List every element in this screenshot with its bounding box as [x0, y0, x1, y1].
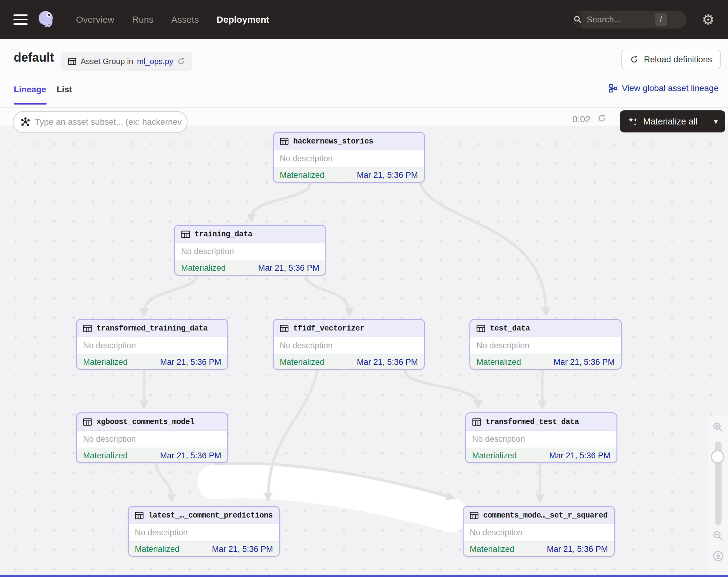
asset-node-header: tfidf_vectorizer [274, 320, 424, 337]
lineage-graph-icon [608, 84, 618, 93]
zoom-slider-knob[interactable] [711, 450, 724, 463]
table-icon [68, 57, 77, 66]
materialized-status: Materialized [470, 545, 515, 554]
refresh-timer: 0:02 [572, 114, 590, 124]
asset-node-header: latest_…_comment_predictions [129, 507, 279, 524]
page-header: default Asset Group in ml_ops.py Reload … [0, 39, 728, 73]
asset-node[interactable]: transformed_test_data No description Mat… [465, 412, 617, 463]
dagster-logo-icon[interactable] [37, 10, 56, 29]
materialization-time[interactable]: Mar 21, 5:36 PM [357, 357, 418, 367]
asset-node[interactable]: tfidf_vectorizer No description Material… [273, 319, 425, 370]
asset-name: transformed_training_data [97, 324, 208, 333]
asset-node[interactable]: transformed_training_data No description… [76, 319, 228, 370]
asset-filter-input[interactable] [34, 117, 184, 127]
materialization-time[interactable]: Mar 21, 5:36 PM [258, 264, 319, 273]
materialized-status: Materialized [83, 451, 128, 460]
asset-name: hackernews_stories [293, 137, 373, 146]
materialized-status: Materialized [472, 451, 517, 460]
asset-name: latest_…_comment_predictions [148, 511, 273, 520]
materialization-time[interactable]: Mar 21, 5:36 PM [553, 357, 615, 367]
table-icon [279, 136, 289, 147]
tabs-bar: Lineage List View global asset lineage [0, 73, 728, 108]
asset-description: No description [470, 337, 621, 354]
materialized-status: Materialized [135, 545, 180, 554]
top-navigation: Overview Runs Assets Deployment / ⚙ [0, 0, 728, 39]
materialization-time[interactable]: Mar 21, 5:36 PM [160, 357, 221, 367]
asset-name: training_data [194, 230, 253, 239]
materialization-time[interactable]: Mar 21, 5:36 PM [212, 545, 273, 554]
materialized-status: Materialized [280, 171, 324, 180]
asset-group-label: Asset Group in [81, 57, 133, 66]
asset-node[interactable]: latest_…_comment_predictions No descript… [128, 506, 280, 557]
asset-node[interactable]: test_data No description Materialized Ma… [469, 319, 622, 370]
asset-node-header: comments_mode…_set_r_squared [464, 507, 614, 524]
asset-node[interactable]: xgboost_comments_model No description Ma… [76, 412, 228, 463]
asset-group-badge: Asset Group in ml_ops.py [61, 52, 192, 71]
asset-description: No description [466, 431, 617, 448]
table-icon [476, 323, 486, 333]
materialize-all-button[interactable]: Materialize all [620, 110, 706, 132]
asset-node-header: xgboost_comments_model [77, 413, 227, 431]
view-global-lineage-link[interactable]: View global asset lineage [608, 83, 719, 93]
menu-icon[interactable] [14, 15, 28, 25]
asset-graph-filter-icon [20, 117, 31, 127]
nav-right-cluster: / ⚙ [573, 0, 714, 39]
zoom-out-icon[interactable] [712, 530, 724, 543]
nav-item-assets[interactable]: Assets [171, 15, 199, 25]
zoom-slider[interactable] [715, 442, 722, 525]
search-input[interactable] [582, 15, 698, 25]
search-box[interactable]: / [573, 11, 687, 28]
chevron-down-icon: ▾ [714, 117, 718, 126]
tab-lineage[interactable]: Lineage [14, 84, 46, 95]
materialization-time[interactable]: Mar 21, 5:36 PM [549, 451, 610, 460]
materialize-all-label: Materialize all [643, 117, 697, 127]
asset-node[interactable]: hackernews_stories No description Materi… [273, 132, 425, 183]
nav-links: Overview Runs Assets Deployment [76, 15, 269, 25]
table-icon [134, 510, 144, 521]
table-icon [82, 417, 93, 427]
asset-node[interactable]: training_data No description Materialize… [174, 225, 326, 276]
table-icon [469, 510, 479, 521]
materialized-status: Materialized [83, 357, 128, 367]
zoom-in-icon[interactable] [712, 421, 724, 435]
materialization-time[interactable]: Mar 21, 5:36 PM [547, 545, 608, 554]
search-icon [573, 11, 582, 28]
materialize-dropdown-button[interactable]: ▾ [706, 110, 725, 132]
asset-node-header: training_data [175, 226, 326, 243]
asset-node-footer: Materialized Mar 21, 5:36 PM [129, 542, 279, 557]
nav-item-runs[interactable]: Runs [132, 15, 154, 25]
sparkles-icon [627, 116, 638, 127]
refresh-icon[interactable] [597, 114, 607, 124]
nav-item-overview[interactable]: Overview [76, 15, 114, 25]
asset-node-header: hackernews_stories [274, 133, 424, 150]
bottom-scroll-indicator[interactable] [0, 575, 728, 577]
nav-item-deployment[interactable]: Deployment [217, 15, 269, 25]
gear-icon[interactable]: ⚙ [702, 12, 714, 27]
download-image-icon[interactable] [712, 550, 724, 563]
badge-reload-icon[interactable] [177, 57, 185, 66]
asset-node-header: test_data [470, 320, 621, 337]
asset-group-file-link[interactable]: ml_ops.py [137, 57, 174, 66]
asset-filter-box [13, 111, 187, 133]
asset-node-footer: Materialized Mar 21, 5:36 PM [77, 354, 227, 370]
tab-list[interactable]: List [57, 84, 72, 95]
asset-node-footer: Materialized Mar 21, 5:36 PM [274, 168, 424, 183]
materialization-time[interactable]: Mar 21, 5:36 PM [160, 451, 221, 460]
materialized-status: Materialized [181, 264, 226, 273]
materialization-time[interactable]: Mar 21, 5:36 PM [357, 171, 418, 180]
asset-description: No description [129, 524, 279, 542]
asset-name: xgboost_comments_model [97, 418, 194, 426]
asset-description: No description [274, 337, 424, 354]
asset-name: comments_mode…_set_r_squared [483, 511, 607, 520]
reload-definitions-button[interactable]: Reload definitions [621, 50, 721, 69]
materialized-status: Materialized [280, 357, 324, 367]
table-icon [82, 323, 93, 333]
asset-node-footer: Materialized Mar 21, 5:36 PM [464, 542, 614, 557]
asset-name: tfidf_vectorizer [293, 324, 364, 333]
asset-name: transformed_test_data [486, 418, 579, 426]
asset-node-footer: Materialized Mar 21, 5:36 PM [466, 448, 617, 463]
search-shortcut-key: / [655, 13, 667, 26]
asset-description: No description [77, 431, 227, 448]
asset-node[interactable]: comments_mode…_set_r_squared No descript… [463, 506, 615, 557]
table-icon [279, 323, 289, 333]
